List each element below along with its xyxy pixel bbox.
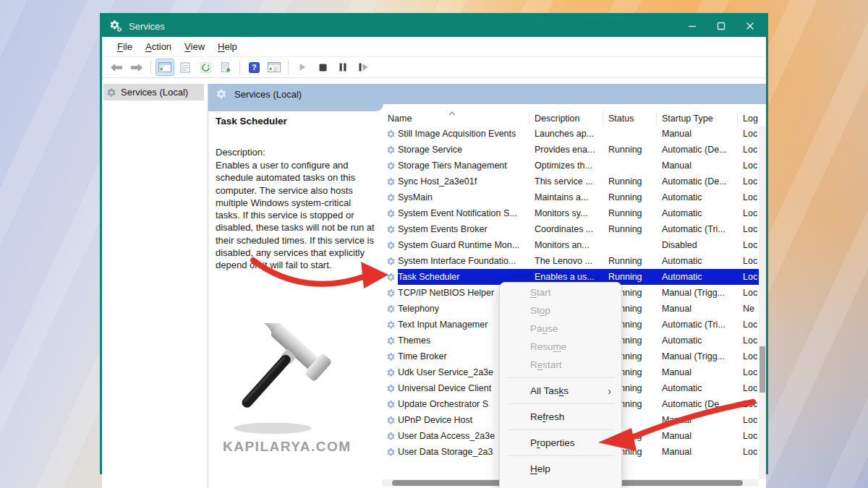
service-startup-type: Manual [657, 160, 738, 171]
vertical-scrollbar[interactable] [759, 126, 766, 479]
service-startup-type: Automatic (De... [657, 399, 738, 409]
column-header-status[interactable]: Status [603, 111, 657, 126]
properties-icon[interactable] [176, 59, 194, 75]
service-description: Provides ena... [529, 145, 603, 155]
toolbar-separator [288, 60, 289, 74]
service-startup-type: Automatic (Tri... [657, 320, 738, 330]
service-log-on-as: Loc [738, 431, 759, 441]
service-startup-type: Manual [657, 367, 738, 377]
services-local-banner: Services (Local) [208, 84, 766, 104]
context-menu-item[interactable]: Resume [500, 338, 621, 356]
service-row[interactable]: Sync Host_2a3e01f This service ... Runni… [382, 174, 759, 189]
menu-separator [507, 429, 614, 430]
service-row[interactable]: System Guard Runtime Mon... Monitors an.… [382, 237, 759, 253]
service-row[interactable]: Still Image Acquisition Events Launches … [382, 126, 759, 142]
service-row[interactable]: System Event Notification S... Monitors … [382, 205, 759, 221]
service-name: Storage Tiers Management [398, 160, 529, 171]
service-row[interactable]: System Events Broker Coordinates ... Run… [382, 221, 759, 237]
refresh-icon[interactable] [197, 59, 214, 75]
service-log-on-as: Loc [738, 208, 759, 218]
service-startup-type: Automatic [657, 383, 738, 393]
service-log-on-as: Loc [738, 272, 759, 282]
toolbar-separator [239, 60, 240, 74]
maximize-button[interactable] [707, 15, 736, 37]
service-row[interactable]: System Interface Foundatio... The Lenovo… [382, 253, 759, 269]
menu-separator [507, 403, 614, 404]
new-window-icon[interactable] [265, 59, 283, 75]
service-startup-type: Automatic (De... [657, 176, 738, 187]
service-name: SysMain [398, 192, 529, 202]
service-description: Coordinates ... [529, 224, 603, 234]
service-startup-type: Automatic [657, 192, 738, 202]
start-service-icon[interactable] [294, 59, 311, 75]
show-hide-console-tree-icon[interactable] [156, 59, 174, 75]
service-log-on-as: Loc [738, 145, 759, 155]
stop-service-icon[interactable] [314, 59, 331, 75]
service-description: Monitors sy... [529, 208, 603, 218]
description-label: Description: [216, 147, 375, 158]
menu-bar-item[interactable]: View [178, 37, 211, 56]
minimize-button[interactable] [678, 15, 707, 37]
service-row[interactable]: Storage Tiers Management Optimizes th...… [382, 158, 759, 174]
service-description-panel: Task Scheduler Description: Enables a us… [208, 111, 382, 488]
service-gear-icon [382, 285, 398, 301]
service-row[interactable]: Storage Service Provides ena... Running … [382, 142, 759, 158]
restart-service-icon[interactable] [354, 59, 372, 75]
console-tree: Services (Local) [102, 84, 208, 488]
service-description: Monitors an... [529, 240, 603, 250]
service-log-on-as: Loc [738, 415, 759, 425]
title-bar: Services [102, 15, 766, 37]
service-gear-icon [382, 253, 398, 269]
export-list-icon[interactable] [217, 59, 234, 75]
back-icon[interactable] [108, 59, 125, 75]
service-startup-type: Manual [657, 415, 738, 425]
menu-bar-item[interactable]: Action [139, 37, 178, 56]
menu-bar-item[interactable]: Help [211, 37, 244, 56]
column-header-log-on-as[interactable]: Log [738, 111, 766, 126]
context-menu-item[interactable]: Restart [500, 356, 621, 374]
context-menu-item[interactable]: Start [500, 283, 621, 301]
vertical-scrollbar-thumb[interactable] [760, 346, 765, 393]
context-menu-item[interactable]: All Tasks › [500, 382, 621, 400]
close-button[interactable] [736, 15, 765, 37]
service-name: Sync Host_2a3e01f [398, 176, 529, 187]
service-log-on-as: Loc [738, 367, 759, 377]
tree-item-services-local[interactable]: Services (Local) [103, 84, 204, 100]
service-startup-type: Manual [657, 304, 738, 314]
service-name: System Events Broker [398, 224, 529, 234]
tree-item-label: Services (Local) [121, 87, 188, 98]
service-log-on-as: Loc [738, 192, 759, 202]
context-menu-item[interactable]: Refresh [500, 408, 621, 426]
service-startup-type: Automatic [657, 256, 738, 266]
column-header-description[interactable]: Description [529, 111, 603, 126]
service-description: Maintains a... [529, 192, 603, 202]
service-name: System Event Notification S... [398, 208, 529, 218]
forward-icon[interactable] [128, 59, 145, 75]
context-menu-item[interactable]: Pause [500, 320, 621, 338]
pause-service-icon[interactable] [334, 59, 352, 75]
services-app-icon [109, 20, 122, 33]
service-description: Launches ap... [529, 129, 603, 139]
service-gear-icon [382, 364, 398, 380]
hammer-watermark-image [221, 323, 352, 442]
context-menu-item[interactable]: Properties [500, 434, 621, 452]
service-name: System Guard Runtime Mon... [398, 240, 529, 250]
service-name: System Interface Foundatio... [398, 256, 529, 266]
service-startup-type: Manual [657, 431, 738, 441]
service-gear-icon [382, 205, 398, 221]
context-menu-item[interactable]: Help [500, 460, 621, 478]
service-gear-icon [382, 444, 398, 460]
service-log-on-as: Loc [738, 383, 759, 393]
service-row[interactable]: SysMain Maintains a... Running Automatic… [382, 189, 759, 205]
service-gear-icon [382, 158, 398, 174]
menu-bar-item[interactable]: File [111, 37, 139, 56]
service-name: Task Scheduler [398, 272, 529, 282]
service-gear-icon [382, 412, 398, 428]
service-log-on-as: Loc [738, 351, 759, 361]
service-description: Optimizes th... [529, 160, 603, 171]
toolbar-separator [150, 60, 151, 74]
help-icon[interactable]: ? [245, 59, 263, 75]
column-header-name[interactable]: Name [382, 111, 529, 126]
column-header-startup-type[interactable]: Startup Type [657, 111, 738, 126]
context-menu-item[interactable]: Stop [500, 301, 621, 320]
